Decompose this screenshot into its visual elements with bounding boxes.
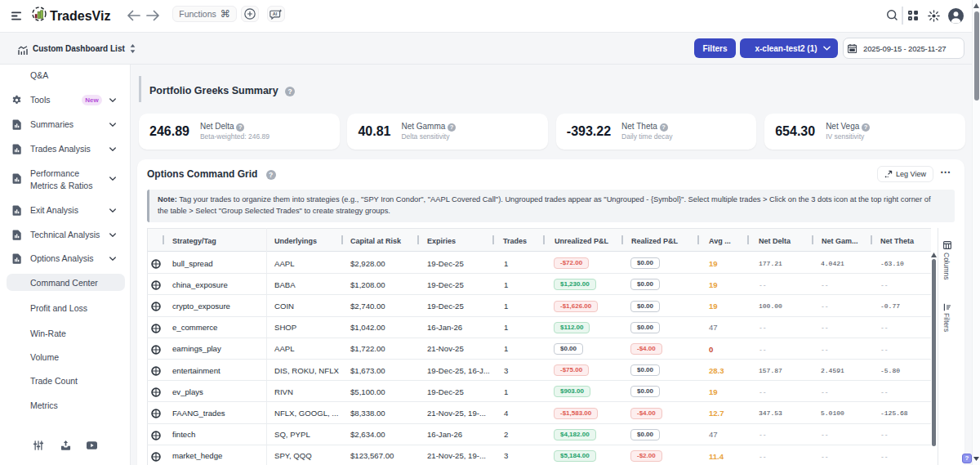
svg-text:AI: AI (273, 11, 278, 16)
